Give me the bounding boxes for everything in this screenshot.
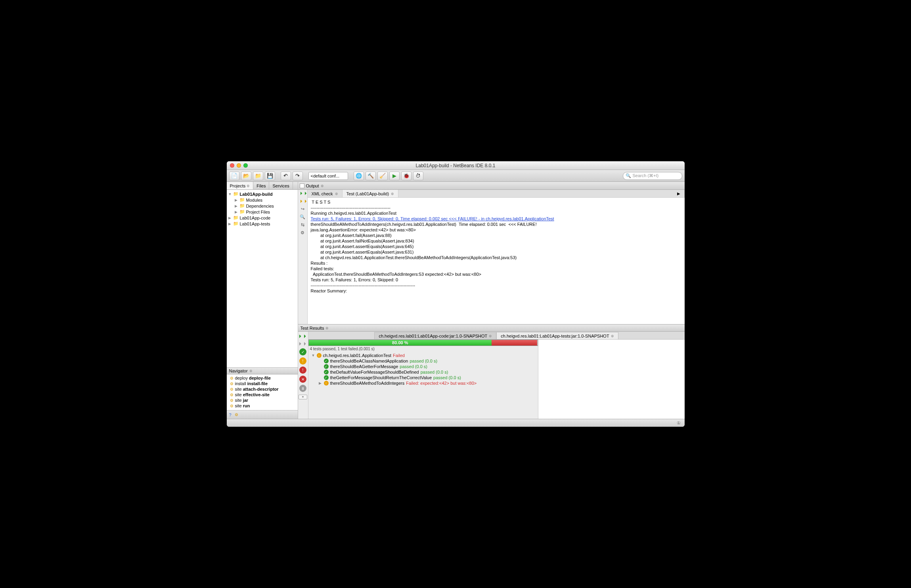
output-console[interactable]: T E S T S-------------------------------… (308, 198, 685, 324)
chevron-right-icon[interactable]: ▶ (677, 191, 680, 196)
left-tab-services[interactable]: Services (269, 182, 293, 189)
disclosure-icon[interactable]: ▼ (228, 192, 232, 196)
close-icon[interactable]: ⊗ (391, 192, 394, 196)
config-label: <default conf... (311, 174, 339, 178)
disclosure-icon[interactable]: ▶ (235, 198, 238, 202)
new-project-button[interactable]: 📂 (241, 172, 251, 180)
run-button[interactable]: ▶ (389, 172, 400, 180)
open-button[interactable]: 📁 (253, 172, 263, 180)
test-results-title: Test Results (300, 326, 324, 330)
navigator-list[interactable]: ⚙deploy deploy-file⚙install install-file… (227, 374, 298, 410)
rerun-failed-icon[interactable]: ⏵⏵ (299, 199, 306, 205)
test-tree-node[interactable]: ✓theGetterForMessageShouldReturnTheCorre… (308, 375, 538, 380)
test-tree[interactable]: ▼!ch.heigvd.res.lab01.ApplicationTest Fa… (308, 352, 538, 419)
console-line: at org.junit.Assert.assertEquals(Assert.… (311, 244, 681, 249)
test-results-tab[interactable]: ch.heigvd.res.lab01:Lab01App-tests:jar:1… (496, 332, 618, 339)
warn-icon: ! (324, 381, 329, 386)
navigator-item[interactable]: ⚙site run (227, 403, 298, 409)
output-tab[interactable]: XML check ⊗ (308, 190, 343, 197)
expand-button[interactable]: » (298, 394, 309, 400)
disclosure-icon[interactable]: ▼ (312, 353, 315, 357)
show-warn-icon[interactable]: ! (299, 357, 306, 365)
close-icon[interactable]: ⊗ (325, 326, 329, 330)
close-icon[interactable]: ⊗ (321, 184, 324, 188)
navigator-item[interactable]: ⚙site jar (227, 397, 298, 403)
console-line: Running ch.heigvd.res.lab01.ApplicationT… (311, 210, 681, 216)
disclosure-icon[interactable]: ▶ (235, 204, 238, 208)
console-line: at org.junit.Assert.fail(Assert.java:88) (311, 233, 681, 238)
console-line: ----------------------------------------… (311, 283, 681, 288)
test-tree-node[interactable]: ✓thereShouldBeAClassNamedApplication pas… (308, 358, 538, 364)
test-tree-node[interactable]: ✓thereShouldBeAGetterForMessage passed (… (308, 364, 538, 369)
close-icon[interactable]: ⊗ (489, 334, 492, 338)
notifications-icon[interactable]: ① (677, 420, 681, 426)
disclosure-icon[interactable]: ▶ (319, 381, 322, 385)
settings-icon[interactable]: ⚙ (299, 230, 306, 237)
console-line: at org.junit.Assert.failNotEquals(Assert… (311, 238, 681, 244)
left-tab-files[interactable]: Files (253, 182, 269, 189)
console-line: T E S T S (311, 199, 681, 205)
test-results-gutter: ⏵⏵ ⏵⏵ ✓ ! ! ✕ ⏸ » (298, 332, 308, 419)
tree-node[interactable]: ▼📁Lab01App-build (227, 191, 298, 197)
left-tabs: Projects ⊗FilesServices (227, 182, 298, 190)
clean-button[interactable]: 🧹 (377, 172, 388, 180)
stop-icon[interactable]: ↪ (299, 206, 306, 213)
folder-icon: 📁 (239, 197, 245, 202)
tree-node[interactable]: ▶📁Dependencies (227, 203, 298, 209)
gear-icon: ⚙ (230, 382, 233, 386)
help-icon[interactable]: ? (229, 412, 232, 417)
close-icon[interactable]: ⊗ (335, 192, 338, 196)
tree-node[interactable]: ▶📁Modules (227, 197, 298, 203)
close-icon[interactable]: ⊗ (247, 184, 250, 188)
tree-label: Dependencies (246, 204, 274, 208)
close-icon[interactable]: ⊗ (249, 369, 253, 373)
project-tree[interactable]: ▼📁Lab01App-build▶📁Modules▶📁Dependencies▶… (227, 190, 298, 367)
build-button[interactable]: 🌐 (354, 172, 364, 180)
navigator-item[interactable]: ⚙deploy deploy-file (227, 375, 298, 381)
test-results-tab[interactable]: ch.heigvd.res.lab01:Lab01App-code:jar:1.… (374, 332, 496, 339)
show-error-icon[interactable]: ✕ (299, 376, 306, 383)
close-icon[interactable]: ⊗ (611, 334, 614, 338)
tree-node[interactable]: ▶📁Lab01App-code (227, 215, 298, 221)
show-skipped-icon[interactable]: ⏸ (299, 385, 306, 392)
navigator-item[interactable]: ⚙install install-file (227, 381, 298, 386)
navigator-item[interactable]: ⚙site effective-site (227, 392, 298, 397)
tree-node[interactable]: ▶📁Project Files (227, 209, 298, 215)
test-name: thereShouldBeAClassNamedApplication (330, 359, 408, 363)
rerun-icon[interactable]: ⏵⏵ (298, 333, 308, 339)
filter-icon[interactable]: ⚙ (235, 412, 238, 417)
left-tab-projects[interactable]: Projects ⊗ (227, 182, 254, 189)
tree-label: Lab01App-code (240, 216, 271, 220)
show-passed-icon[interactable]: ✓ (299, 348, 306, 355)
search-box[interactable]: 🔍 Search (⌘+I) (623, 172, 682, 180)
config-dropdown[interactable]: <default conf... (308, 172, 348, 180)
new-file-button[interactable]: 📄 (229, 172, 239, 180)
show-failed-icon[interactable]: ! (299, 367, 306, 374)
test-tree-node[interactable]: ▶!thereShouldBeAMethodToAddIntegers Fail… (308, 380, 538, 386)
rerun-failed-icon[interactable]: ⏵⏵ (298, 341, 308, 346)
folder-icon: 📁 (233, 221, 239, 226)
test-tree-node[interactable]: ▼!ch.heigvd.res.lab01.ApplicationTest Fa… (308, 353, 538, 358)
clean-build-button[interactable]: 🔨 (366, 172, 376, 180)
disclosure-icon[interactable]: ▶ (228, 216, 232, 220)
undo-button[interactable]: ↶ (281, 172, 291, 180)
test-name: thereShouldBeAGetterForMessage (330, 364, 398, 369)
rerun-icon[interactable]: ⏵⏵ (299, 191, 306, 197)
output-icon (300, 183, 304, 188)
test-tree-node[interactable]: ✓theDefaultValueForMessageShouldBeDefine… (308, 369, 538, 375)
output-tab[interactable]: Test (Lab01App-build) ⊗ (343, 190, 399, 197)
navigator-item[interactable]: ⚙site attach-descriptor (227, 386, 298, 392)
debug-button[interactable]: 🐞 (401, 172, 411, 180)
tree-node[interactable]: ▶📁Lab01App-tests (227, 221, 298, 227)
wrap-icon[interactable]: ⇆ (299, 222, 306, 229)
console-line: at org.junit.Assert.assertEquals(Assert.… (311, 249, 681, 255)
test-status: passed (0.0 s) (410, 359, 437, 363)
console-line[interactable]: Tests run: 5, Failures: 1, Errors: 0, Sk… (311, 216, 681, 221)
find-icon[interactable]: 🔍 (299, 214, 306, 221)
save-all-button[interactable]: 💾 (265, 172, 275, 180)
console-line: Tests run: 5, Failures: 1, Errors: 0, Sk… (311, 277, 681, 283)
disclosure-icon[interactable]: ▶ (235, 210, 238, 214)
disclosure-icon[interactable]: ▶ (228, 222, 232, 226)
redo-button[interactable]: ↷ (293, 172, 303, 180)
profile-button[interactable]: ⏱ (413, 172, 423, 180)
